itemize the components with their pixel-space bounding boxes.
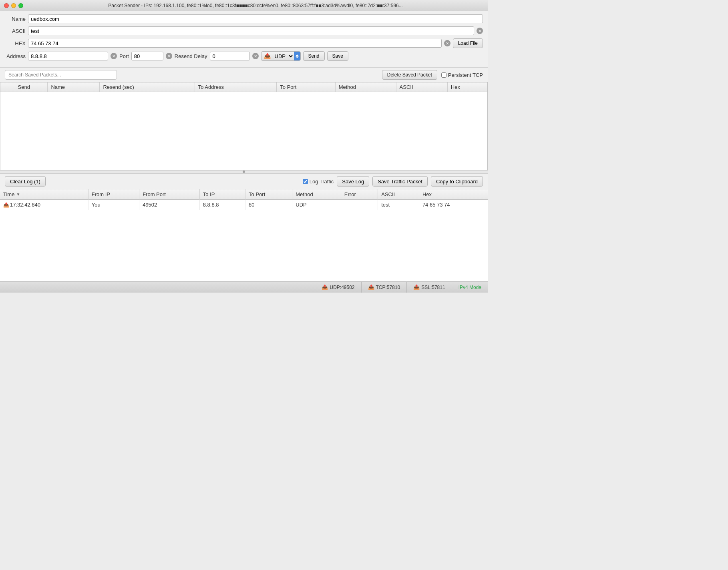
persistent-tcp-wrapper: Persistent TCP	[441, 72, 483, 78]
titlebar: Packet Sender - IPs: 192.168.1.100, fe80…	[0, 0, 488, 11]
log-cell-error	[341, 200, 378, 210]
send-button[interactable]: Send	[303, 51, 325, 61]
resizer-dot	[243, 171, 245, 173]
port-label: Port	[119, 53, 129, 59]
col-ascii: ASCII	[396, 82, 447, 92]
hex-row: HEX ✕ Load File	[5, 38, 483, 48]
tcp-label: TCP:57810	[376, 285, 400, 290]
tcp-icon: 📤	[368, 284, 374, 290]
log-cell-hex: 74 65 73 74	[419, 200, 488, 210]
log-cell-from-ip: You	[88, 200, 139, 210]
address-input[interactable]	[28, 52, 108, 60]
log-col-time[interactable]: Time ▼	[0, 189, 88, 200]
log-cell-method: UDP	[292, 200, 341, 210]
save-traffic-button[interactable]: Save Traffic Packet	[372, 176, 428, 187]
address-row: Address ✕ Port ✕ Resend Delay ✕ 📤 UDP TC…	[5, 51, 483, 61]
log-table-container[interactable]: Time ▼ From IP From Port To IP To Port M…	[0, 189, 488, 281]
ascii-label: ASCII	[5, 28, 26, 34]
resizer[interactable]	[0, 170, 488, 173]
log-col-method: Method	[292, 189, 341, 200]
log-area: Clear Log (1) Log Traffic Save Log Save …	[0, 173, 488, 281]
name-label: Name	[5, 16, 26, 22]
resend-clear-button[interactable]: ✕	[252, 53, 259, 59]
ipv4-mode: IPv4 Mode	[452, 282, 488, 293]
log-col-ascii: ASCII	[378, 189, 419, 200]
port-input[interactable]	[131, 52, 163, 60]
clear-log-button[interactable]: Clear Log (1)	[5, 176, 46, 187]
log-cell-ascii: test	[378, 200, 419, 210]
ascii-row: ASCII ✕	[5, 26, 483, 35]
log-cell-to-port: 80	[245, 200, 292, 210]
save-log-button[interactable]: Save Log	[337, 176, 369, 187]
close-button[interactable]	[4, 3, 9, 8]
tcp-status: 📤 TCP:57810	[361, 282, 407, 293]
protocol-arrows[interactable]	[294, 52, 300, 60]
udp-label: UDP:49502	[330, 285, 354, 290]
log-col-hex: Hex	[419, 189, 488, 200]
log-traffic-checkbox[interactable]	[303, 179, 308, 184]
resend-input[interactable]	[210, 52, 250, 60]
log-col-from-ip: From IP	[88, 189, 139, 200]
status-bar: 📤 UDP:49502 📤 TCP:57810 📤 SSL:57811 IPv4…	[0, 281, 488, 293]
col-to-port: To Port	[277, 82, 335, 92]
search-input[interactable]	[5, 70, 117, 80]
log-col-to-ip: To IP	[199, 189, 245, 200]
ssl-icon: 📤	[413, 284, 420, 290]
col-send: Send	[0, 82, 48, 92]
saved-packets-toolbar: Delete Saved Packet Persistent TCP	[0, 67, 488, 82]
hex-clear-button[interactable]: ✕	[444, 40, 450, 46]
log-traffic-wrapper: Log Traffic	[303, 179, 334, 185]
ascii-input[interactable]	[28, 26, 474, 35]
log-col-from-port: From Port	[139, 189, 200, 200]
col-to-address: To Address	[195, 82, 277, 92]
window-title: Packet Sender - IPs: 192.168.1.100, fe80…	[27, 3, 484, 8]
sort-arrow-icon: ▼	[16, 192, 20, 197]
name-row: Name	[5, 14, 483, 23]
hex-input[interactable]	[28, 39, 442, 48]
log-toolbar: Clear Log (1) Log Traffic Save Log Save …	[0, 173, 488, 189]
protocol-select[interactable]: UDP TCP SSL	[273, 53, 294, 60]
log-cell-from-port: 49502	[139, 200, 200, 210]
log-col-to-port: To Port	[245, 189, 292, 200]
resend-label: Resend Delay	[175, 53, 207, 59]
saved-packets-table: Send Name Resend (sec) To Address To Por…	[0, 82, 487, 92]
log-cell-time: 📤17:32:42.840	[0, 200, 88, 210]
protocol-selector[interactable]: 📤 UDP TCP SSL	[261, 51, 301, 61]
address-clear-button[interactable]: ✕	[111, 53, 117, 59]
form-area: Name ASCII ✕ HEX ✕ Load File Address ✕ P…	[0, 11, 488, 67]
col-resend: Resend (sec)	[100, 82, 195, 92]
ssl-status: 📤 SSL:57811	[406, 282, 451, 293]
persistent-tcp-checkbox[interactable]	[441, 72, 446, 78]
protocol-icon: 📤	[261, 53, 273, 59]
traffic-lights	[4, 3, 23, 8]
save-button[interactable]: Save	[327, 51, 348, 61]
udp-icon: 📤	[322, 284, 328, 290]
name-input[interactable]	[28, 14, 483, 23]
col-name: Name	[48, 82, 100, 92]
log-col-error: Error	[341, 189, 378, 200]
address-label: Address	[5, 53, 26, 59]
udp-status: 📤 UDP:49502	[315, 282, 361, 293]
minimize-button[interactable]	[11, 3, 16, 8]
saved-packets-table-container[interactable]: Send Name Resend (sec) To Address To Por…	[0, 82, 488, 170]
log-traffic-label: Log Traffic	[310, 179, 334, 185]
port-clear-button[interactable]: ✕	[166, 53, 172, 59]
persistent-tcp-label: Persistent TCP	[448, 72, 483, 78]
load-file-button[interactable]: Load File	[453, 38, 483, 48]
log-table: Time ▼ From IP From Port To IP To Port M…	[0, 189, 488, 210]
delete-packet-button[interactable]: Delete Saved Packet	[382, 70, 437, 80]
log-cell-to-ip: 8.8.8.8	[199, 200, 245, 210]
col-hex: Hex	[447, 82, 487, 92]
col-method: Method	[335, 82, 396, 92]
maximize-button[interactable]	[18, 3, 23, 8]
hex-label: HEX	[5, 40, 26, 46]
copy-clipboard-button[interactable]: Copy to Clipboard	[431, 176, 483, 187]
ipv4-label: IPv4 Mode	[459, 285, 481, 290]
arrow-up-icon	[296, 54, 299, 56]
ascii-clear-button[interactable]: ✕	[477, 28, 483, 34]
log-row[interactable]: 📤17:32:42.840 You 49502 8.8.8.8 80 UDP t…	[0, 200, 488, 210]
arrow-down-icon	[296, 56, 299, 58]
ssl-label: SSL:57811	[421, 285, 445, 290]
